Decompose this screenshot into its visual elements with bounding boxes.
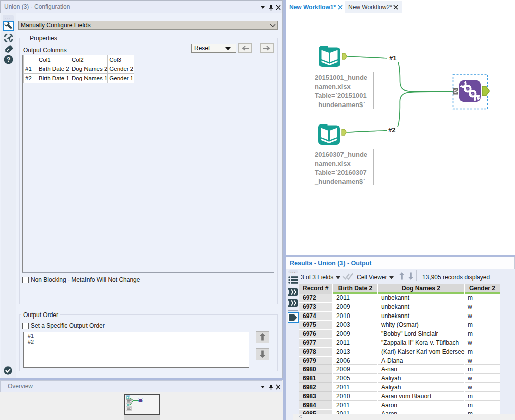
svg-text:#1: #1	[389, 54, 396, 62]
svg-text:#2: #2	[388, 126, 395, 134]
svg-text:?: ?	[7, 56, 11, 63]
